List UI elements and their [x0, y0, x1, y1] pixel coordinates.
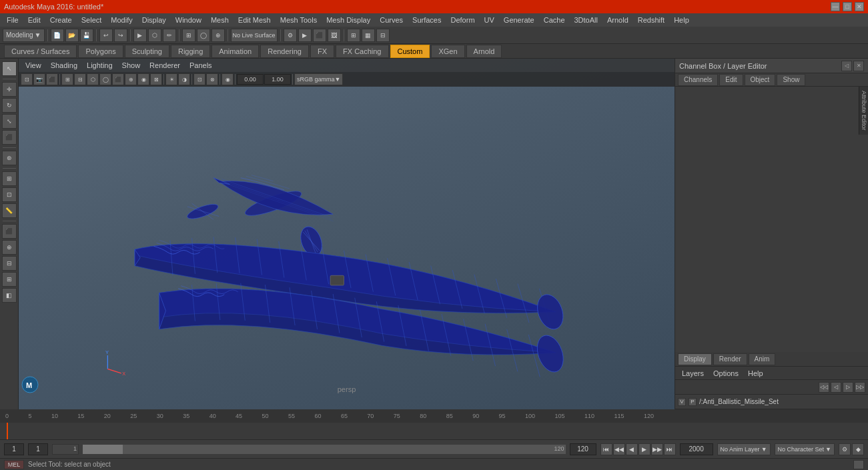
menu-generate[interactable]: Generate: [500, 15, 538, 25]
near-clip-input[interactable]: 0.00: [237, 74, 264, 85]
xray-btn[interactable]: ◉: [222, 73, 234, 85]
snap-together-button[interactable]: ⊡: [2, 187, 17, 202]
select-camera-button[interactable]: 📷: [33, 73, 45, 85]
layers-menu-layers[interactable]: Layers: [678, 369, 708, 378]
attribute-editor-tab[interactable]: Attribute Editor: [859, 87, 868, 135]
menu-mesh-tools[interactable]: Mesh Tools: [276, 15, 321, 25]
image-plane-btn[interactable]: ⊡: [193, 73, 205, 85]
mel-label[interactable]: MEL: [4, 460, 24, 469]
menu-cache[interactable]: Cache: [540, 15, 569, 25]
menu-file[interactable]: File: [3, 15, 23, 25]
show-manipulator-button[interactable]: ⊞: [2, 171, 17, 186]
workspace-dropdown[interactable]: Modeling ▼: [3, 29, 45, 42]
menu-mesh-display[interactable]: Mesh Display: [322, 15, 374, 25]
undo-button[interactable]: ↩: [99, 29, 113, 42]
gamma-dropdown[interactable]: sRGB gamma ▼: [294, 73, 343, 85]
edge-mode-button[interactable]: ⊟: [2, 256, 17, 271]
vp-menu-show[interactable]: Show: [118, 61, 145, 70]
vp-menu-lighting[interactable]: Lighting: [83, 61, 117, 70]
menu-curves[interactable]: Curves: [376, 15, 407, 25]
vp-menu-view[interactable]: View: [21, 61, 45, 70]
select-tool-button[interactable]: ▶: [133, 29, 147, 42]
film-gate-button[interactable]: ⬛: [46, 73, 58, 85]
range-end-input[interactable]: 120: [570, 443, 596, 455]
tab-fx[interactable]: FX: [310, 45, 334, 58]
light-btn[interactable]: ☀: [165, 73, 177, 85]
right-toolbar-2[interactable]: ▦: [362, 29, 375, 42]
snap-grid-button[interactable]: ⊞: [182, 29, 195, 42]
tab-rendering[interactable]: Rendering: [260, 45, 309, 58]
hud-button[interactable]: ⊟: [74, 73, 86, 85]
panel-close-button[interactable]: ✕: [853, 61, 864, 71]
tab-object[interactable]: Object: [745, 74, 776, 86]
render-button[interactable]: ▶: [298, 29, 312, 42]
timeline-ruler[interactable]: 0 5 10 15 20 25 30 35 40 45 50 55 60 65 …: [0, 409, 868, 423]
layers-menu-help[interactable]: Help: [744, 369, 767, 378]
render-view-button[interactable]: 🖼: [328, 29, 341, 42]
right-toolbar-1[interactable]: ⊞: [347, 29, 360, 42]
menu-redshift[interactable]: Redshift: [634, 15, 669, 25]
grid-button[interactable]: ⊞: [61, 73, 73, 85]
layer-next-button[interactable]: ▷: [843, 382, 853, 393]
open-scene-button[interactable]: 📂: [65, 29, 79, 42]
menu-uv[interactable]: UV: [480, 15, 498, 25]
preferences-button[interactable]: ⚙: [839, 443, 851, 455]
playhead[interactable]: [7, 423, 8, 439]
shade-btn-4[interactable]: ⊠: [150, 73, 162, 85]
menu-3dtoall[interactable]: 3DtoAll: [570, 15, 602, 25]
tab-arnold[interactable]: Arnold: [466, 45, 502, 58]
layer-visibility-button[interactable]: V: [678, 398, 686, 406]
current-frame-input[interactable]: 1: [28, 443, 48, 455]
menu-help[interactable]: Help: [670, 15, 693, 25]
panel-collapse-button[interactable]: ◁: [841, 61, 852, 71]
tab-animation[interactable]: Animation: [211, 45, 259, 58]
menu-surfaces[interactable]: Surfaces: [408, 15, 445, 25]
tab-sculpting[interactable]: Sculpting: [125, 45, 169, 58]
rotate-tool-button[interactable]: ↻: [2, 98, 17, 113]
layer-back-button[interactable]: ◁◁: [819, 382, 829, 393]
vertex-mode-button[interactable]: ⊕: [2, 240, 17, 255]
layer-fwd-button[interactable]: ▷▷: [855, 382, 865, 393]
redo-button[interactable]: ↪: [114, 29, 127, 42]
layers-menu-options[interactable]: Options: [709, 369, 743, 378]
scale-tool-button[interactable]: ⤡: [2, 114, 17, 129]
uv-mode-button[interactable]: ◧: [2, 288, 17, 303]
menu-edit-mesh[interactable]: Edit Mesh: [234, 15, 275, 25]
tab-edit[interactable]: Edit: [719, 74, 743, 86]
camera-attrs-button[interactable]: ⊡: [21, 73, 33, 85]
menu-display[interactable]: Display: [138, 15, 170, 25]
shade-btn-1[interactable]: ⬛: [112, 73, 124, 85]
max-frame-input[interactable]: 2000: [680, 443, 713, 455]
right-toolbar-3[interactable]: ⊟: [376, 29, 390, 42]
move-tool-button[interactable]: ✛: [2, 82, 17, 97]
timeline-range-bar[interactable]: 120: [83, 445, 566, 454]
viewport[interactable]: View Shading Lighting Show Renderer Pane…: [19, 59, 675, 409]
layer-playback-button[interactable]: P: [689, 398, 697, 406]
shadow-btn[interactable]: ◑: [178, 73, 190, 85]
tab-show[interactable]: Show: [777, 74, 805, 86]
lasso-button[interactable]: ⬡: [148, 29, 161, 42]
menu-arnold[interactable]: Arnold: [603, 15, 632, 25]
shade-btn-3[interactable]: ◉: [137, 73, 149, 85]
face-mode-button[interactable]: ⊞: [2, 272, 17, 287]
menu-edit[interactable]: Edit: [24, 15, 45, 25]
save-scene-button[interactable]: 💾: [80, 29, 93, 42]
play-forward-button[interactable]: ▶: [638, 443, 650, 455]
tab-xgen[interactable]: XGen: [431, 45, 464, 58]
range-handle[interactable]: [83, 445, 123, 454]
script-editor-button[interactable]: [853, 460, 864, 469]
far-clip-input[interactable]: 1.00: [264, 74, 291, 85]
layer-name[interactable]: /:Anti_Ballistic_Missile_Set: [699, 398, 865, 405]
snap-curve-button[interactable]: ◯: [197, 29, 210, 42]
shade-btn-2[interactable]: ⊕: [125, 73, 137, 85]
timeline-scrub-bar[interactable]: [0, 423, 868, 439]
tab-custom[interactable]: Custom: [390, 45, 430, 58]
measure-tools-button[interactable]: 📏: [2, 203, 17, 218]
layer-prev-button[interactable]: ◁: [831, 382, 841, 393]
tab-curves-surfaces[interactable]: Curves / Surfaces: [4, 45, 77, 58]
tab-fx-caching[interactable]: FX Caching: [336, 45, 388, 58]
isolate-btn[interactable]: ⊗: [206, 73, 218, 85]
menu-mesh[interactable]: Mesh: [207, 15, 233, 25]
tab-anim[interactable]: Anim: [749, 353, 776, 365]
object-mode-button[interactable]: ⬛: [2, 224, 17, 239]
